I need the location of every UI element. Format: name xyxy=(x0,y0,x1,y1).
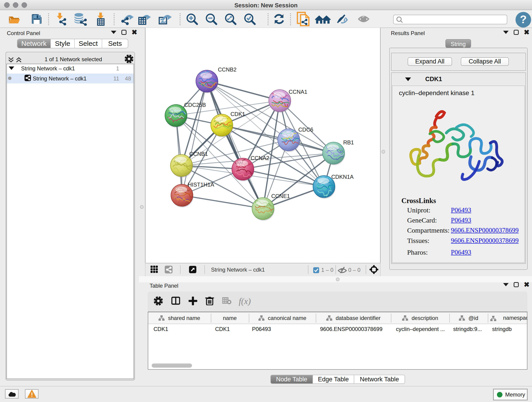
svg-text:CDC25B: CDC25B xyxy=(184,102,206,108)
svg-text:CDC6: CDC6 xyxy=(298,127,313,133)
svg-text:CDKN1A: CDKN1A xyxy=(331,174,354,180)
svg-text:CCNB1: CCNB1 xyxy=(189,151,208,157)
svg-text:CCNA1: CCNA1 xyxy=(289,89,307,95)
svg-text:CDK1: CDK1 xyxy=(230,111,245,117)
svg-text:RB1: RB1 xyxy=(343,139,354,146)
svg-text:HIST1H1A: HIST1H1A xyxy=(188,182,214,188)
svg-text:CCNE1: CCNE1 xyxy=(271,193,290,199)
svg-text:CCNB2: CCNB2 xyxy=(218,66,236,73)
svg-text:CCNA2: CCNA2 xyxy=(251,155,269,161)
